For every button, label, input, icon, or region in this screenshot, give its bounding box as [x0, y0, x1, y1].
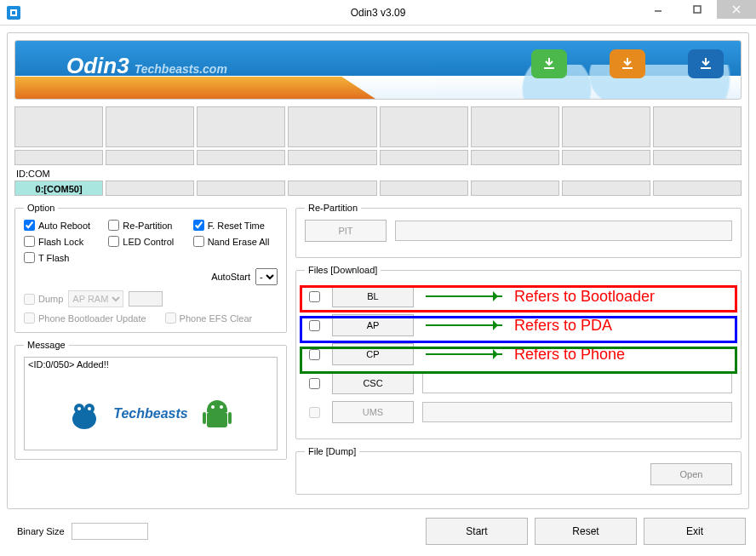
- svg-point-9: [77, 407, 81, 410]
- svg-rect-11: [207, 412, 227, 427]
- led-control-label: LED Control: [123, 237, 174, 247]
- csc-checkbox[interactable]: [309, 378, 320, 389]
- annotation-cp: Refers to Phone: [514, 346, 625, 364]
- reset-button[interactable]: Reset: [535, 518, 637, 545]
- t-flash-label: T Flash: [38, 253, 69, 263]
- port-slot: [653, 106, 742, 147]
- download-icon: [688, 49, 724, 78]
- dump-label: Dump: [38, 294, 63, 304]
- message-logo: Techbeasts: [50, 381, 251, 446]
- f-reset-time-input[interactable]: [193, 220, 204, 231]
- close-button[interactable]: [717, 0, 756, 19]
- files-legend: Files [Download]: [305, 265, 381, 275]
- svg-rect-1: [12, 11, 15, 14]
- port-slot: [562, 106, 650, 147]
- file-dump-legend: File [Dump]: [305, 446, 359, 456]
- f-reset-time-checkbox[interactable]: F. Reset Time: [193, 220, 278, 231]
- led-control-checkbox[interactable]: LED Control: [108, 236, 192, 247]
- app-icon: [7, 6, 20, 20]
- nand-erase-all-input[interactable]: [193, 236, 204, 247]
- autostart-label: AutoStart: [211, 272, 250, 282]
- dump-input: [24, 294, 35, 305]
- port-slot: [471, 150, 559, 165]
- flash-lock-input[interactable]: [24, 236, 35, 247]
- idcom-slot[interactable]: [106, 181, 194, 196]
- title-bar: Odin3 v3.09: [0, 0, 756, 26]
- port-slot: [288, 150, 376, 165]
- pit-button[interactable]: PIT: [305, 220, 387, 242]
- phone-efs-clear-label: Phone EFS Clear: [180, 313, 253, 324]
- port-slot: [14, 106, 103, 147]
- idcom-label: ID:COM: [16, 169, 742, 179]
- phone-bootloader-update-checkbox: Phone Bootloader Update: [24, 312, 146, 324]
- ap-checkbox[interactable]: [309, 320, 320, 331]
- csc-path-input[interactable]: [422, 373, 732, 393]
- start-button[interactable]: Start: [426, 518, 528, 545]
- idcom-slot[interactable]: [562, 181, 650, 196]
- flash-lock-checkbox[interactable]: Flash Lock: [24, 236, 108, 247]
- svg-point-10: [88, 407, 91, 410]
- bl-button[interactable]: BL: [332, 285, 414, 307]
- csc-button[interactable]: CSC: [332, 372, 414, 394]
- autostart-select[interactable]: -: [255, 268, 278, 285]
- ap-button[interactable]: AP: [332, 314, 414, 336]
- port-slot: [562, 150, 650, 165]
- window-title: Odin3 v3.09: [351, 7, 406, 19]
- cp-checkbox[interactable]: [309, 349, 320, 360]
- message-legend: Message: [24, 340, 69, 350]
- port-slot: [197, 150, 285, 165]
- re-partition-input[interactable]: [108, 220, 119, 231]
- flash-lock-label: Flash Lock: [38, 237, 83, 247]
- banner-title: Odin3: [66, 53, 129, 79]
- phone-bootloader-update-label: Phone Bootloader Update: [38, 313, 146, 324]
- auto-reboot-input[interactable]: [24, 220, 35, 231]
- re-partition-checkbox[interactable]: Re-Partition: [108, 220, 192, 231]
- idcom-slot[interactable]: [471, 181, 559, 196]
- t-flash-input[interactable]: [24, 252, 35, 263]
- message-group: Message <ID:0/050> Added!!: [14, 340, 287, 460]
- auto-reboot-label: Auto Reboot: [38, 221, 90, 231]
- auto-reboot-checkbox[interactable]: Auto Reboot: [24, 220, 108, 231]
- idcom-slot[interactable]: [197, 181, 285, 196]
- t-flash-checkbox[interactable]: T Flash: [24, 252, 108, 263]
- exit-button[interactable]: Exit: [644, 518, 746, 545]
- port-slot: [106, 106, 194, 147]
- download-icon: [610, 49, 645, 78]
- port-status-grid: [14, 106, 742, 165]
- header-banner: Odin3 Techbeasts.com: [14, 40, 742, 100]
- dump-select: AP RAM: [68, 290, 123, 307]
- message-logo-text: Techbeasts: [113, 406, 187, 421]
- arrow-icon: [426, 295, 502, 297]
- repartition-legend: Re-Partition: [305, 203, 361, 213]
- binary-size-input[interactable]: [72, 523, 148, 540]
- dump-checkbox: Dump: [24, 294, 63, 305]
- idcom-slot[interactable]: [653, 181, 742, 196]
- bl-checkbox[interactable]: [309, 291, 320, 302]
- port-slot: [653, 150, 742, 165]
- binary-size-label: Binary Size: [17, 526, 65, 536]
- message-box[interactable]: <ID:0/050> Added!! Techbeasts: [24, 357, 278, 450]
- nand-erase-all-checkbox[interactable]: Nand Erase All: [193, 236, 278, 247]
- port-slot: [471, 106, 559, 147]
- nand-erase-all-label: Nand Erase All: [208, 237, 270, 247]
- re-partition-label: Re-Partition: [123, 221, 172, 231]
- port-slot: [197, 106, 285, 147]
- idcom-slot[interactable]: [288, 181, 376, 196]
- maximize-button[interactable]: [678, 0, 717, 19]
- port-slot: [106, 150, 194, 165]
- option-group: Option Auto Reboot Re-Partition F. Re: [14, 203, 287, 333]
- cp-button[interactable]: CP: [332, 343, 414, 365]
- dump-value-box: [129, 291, 163, 307]
- f-reset-time-label: F. Reset Time: [208, 221, 265, 231]
- ums-button: UMS: [332, 401, 414, 423]
- idcom-slot[interactable]: [380, 181, 468, 196]
- svg-point-14: [211, 405, 215, 409]
- led-control-input[interactable]: [108, 236, 119, 247]
- file-dump-group: File [Dump] Open: [295, 446, 742, 495]
- pit-path-input[interactable]: [395, 221, 732, 241]
- message-text: <ID:0/050> Added!!: [28, 359, 273, 370]
- svg-point-15: [220, 405, 223, 409]
- minimize-button[interactable]: [639, 0, 678, 19]
- arrow-icon: [426, 353, 502, 355]
- idcom-slot-active[interactable]: 0:[COM50]: [14, 181, 103, 196]
